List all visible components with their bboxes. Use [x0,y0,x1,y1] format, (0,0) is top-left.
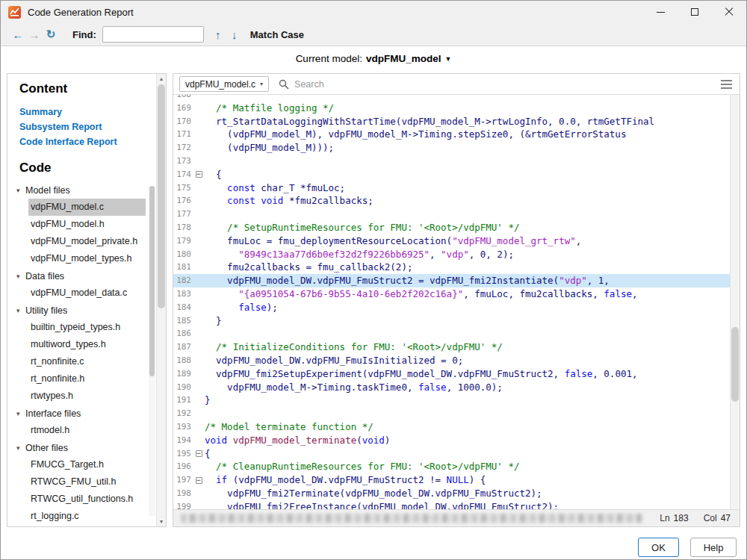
maximize-button[interactable] [678,1,712,23]
find-next-icon[interactable]: ↓ [226,28,243,41]
col-value: 47 [721,513,731,523]
code-line-172[interactable]: 172 (vdpFMU_model_M))); [173,141,730,155]
tree-item-multiword-types-h[interactable]: multiword_types.h [28,336,146,353]
code-text: "{a0951054-67b6-9b55-4a10-6eb2f202c16a}"… [205,287,638,301]
code-line-186[interactable]: 186 [173,327,730,340]
code-line-189[interactable]: 189 vdpFMU_fmi2SetupExperiment(vdpFMU_mo… [173,367,730,381]
sidebar-link-subsystem-report[interactable]: Subsystem Report [19,119,156,134]
collapse-icon[interactable]: − [196,450,202,457]
code-scrollbar[interactable] [730,95,740,509]
line-number: 180 [173,248,193,261]
refresh-icon[interactable]: ↻ [43,28,59,41]
code-line-168[interactable]: 168 [173,95,730,102]
code-line-171[interactable]: 171 (vdpFMU_model_M), vdpFMU_model_M->Ti… [173,128,730,141]
scrollbar-thumb[interactable] [731,327,739,402]
code-line-181[interactable]: 181 fmu2callbacks = fmu_callback2(2); [173,261,730,274]
search-input[interactable] [294,79,721,90]
fold-marker[interactable]: − [193,447,205,461]
scrollbar-thumb[interactable] [158,84,165,308]
code-line-175[interactable]: 175 const char_T *fmuLoc; [173,181,730,195]
editor-top-bar: vdpFMU_model.c ▾ [173,74,740,95]
file-selector-dropdown[interactable]: vdpFMU_model.c ▾ [179,76,269,92]
code-line-188[interactable]: 188 vdpFMU_model_DW.vdpFMU_FmuIsInitiali… [173,354,730,367]
code-line-178[interactable]: 178 /* SetupRuntimeResources for FMU: '<… [173,221,730,234]
find-input[interactable] [102,26,204,43]
tree-item-vdpfmu-model-c[interactable]: vdpFMU_model.c [28,199,146,216]
collapse-icon[interactable]: − [196,477,202,484]
tree-item-rt-logging-c[interactable]: rt_logging.c [28,508,146,525]
ok-button[interactable]: OK [638,538,679,557]
help-button[interactable]: Help [690,538,737,557]
sidebar-link-summary[interactable]: Summary [19,105,156,119]
tree-group-data-files[interactable]: ▾Data files [19,267,156,284]
code-line-199[interactable]: 199 vdpFMU_fmi2FreeInstance(vdpFMU_model… [173,500,730,509]
code-line-187[interactable]: 187 /* InitializeConditions for FMU: '<R… [173,340,730,354]
line-number: 179 [173,234,193,248]
line-number: 186 [173,327,193,340]
code-text: vdpFMU_fmi2Terminate(vdpFMU_model_DW.vdp… [205,487,542,500]
tree-item-builtin-typeid-types-h[interactable]: builtin_typeid_types.h [28,319,146,336]
current-model-name[interactable]: vdpFMU_model [366,53,441,64]
code-text: fmuLoc = fmu_deploymentResourceLocation(… [205,234,581,248]
close-button[interactable] [712,1,746,23]
code-line-170[interactable]: 170 rt_StartDataLoggingWithStartTime(vdp… [173,115,730,128]
tree-group-utility-files[interactable]: ▾Utility files [19,302,156,319]
code-line-198[interactable]: 198 vdpFMU_fmi2Terminate(vdpFMU_model_DW… [173,487,730,500]
fold-marker[interactable]: − [193,168,205,181]
tree-scrollbar[interactable] [149,186,155,516]
find-previous-icon[interactable]: ↑ [210,28,226,41]
scrollbar-thumb[interactable] [149,186,155,376]
fold-marker[interactable]: − [193,473,205,487]
code-line-197[interactable]: 197− if (vdpFMU_model_DW.vdpFMU_FmuStruc… [173,473,730,487]
sidebar-link-code-interface-report[interactable]: Code Interface Report [19,134,156,149]
code-line-196[interactable]: 196 /* CleanupRuntimeResources for FMU: … [173,460,730,473]
code-line-169[interactable]: 169 /* Matfile logging */ [173,102,730,115]
fold-spacer [193,381,205,394]
code-line-179[interactable]: 179 fmuLoc = fmu_deploymentResourceLocat… [173,234,730,248]
code-line-190[interactable]: 190 vdpFMU_model_M->Timing.taskTime0, fa… [173,381,730,394]
tree-item-vdpfmu-model-data-c[interactable]: vdpFMU_model_data.c [28,284,146,302]
forward-icon[interactable]: → [26,28,43,41]
code-line-191[interactable]: 191} [173,393,730,407]
code-text: vdpFMU_fmi2FreeInstance(vdpFMU_model_DW.… [205,500,559,509]
window-controls [643,1,746,23]
match-case-toggle[interactable]: Match Case [250,29,304,40]
minimize-button[interactable] [643,1,678,23]
code-line-195[interactable]: 195−{ [173,447,730,461]
code-line-173[interactable]: 173 [173,155,730,168]
back-icon[interactable]: ← [10,28,26,41]
code-line-194[interactable]: 194void vdpFMU_model_terminate(void) [173,434,730,447]
scroll-up-icon[interactable]: ▲ [157,76,166,81]
tree-item-rt-nonfinite-c[interactable]: rt_nonfinite.c [28,353,146,370]
code-line-180[interactable]: 180 "8949c13aa77d6b0ef32d2f9226bb6925", … [173,248,730,261]
code-line-174[interactable]: 174− { [173,168,730,181]
tree-group-other-files[interactable]: ▾Other files [19,439,156,456]
tree-item-rtwcg-util-functions-h[interactable]: RTWCG_util_functions.h [28,491,146,508]
tree-item-vdpfmu-model-types-h[interactable]: vdpFMU_model_types.h [28,250,146,267]
tree-item-rtmodel-h[interactable]: rtmodel.h [28,422,146,439]
code-line-185[interactable]: 185 } [173,314,730,328]
menu-icon[interactable] [721,80,732,89]
model-dropdown-caret-icon[interactable]: ▼ [444,55,451,63]
sidebar-scrollbar[interactable]: ▲ ▼ [156,74,166,526]
tree-item-rtwcg-fmu-util-h[interactable]: RTWCG_FMU_util.h [28,473,146,491]
collapse-icon[interactable]: − [196,171,202,178]
tree-item-vdpfmu-model-h[interactable]: vdpFMU_model.h [28,216,146,233]
code-line-176[interactable]: 176 const void *fmu2callbacks; [173,194,730,208]
code-text: /* Model terminate function */ [205,420,374,434]
tree-item-rt-nonfinite-h[interactable]: rt_nonfinite.h [28,370,146,388]
code-line-183[interactable]: 183 "{a0951054-67b6-9b55-4a10-6eb2f202c1… [173,287,730,301]
code-line-192[interactable]: 192 [173,407,730,420]
code-lines: 168169 /* Matfile logging */170 rt_Start… [173,95,730,509]
tree-item-fmucg-target-h[interactable]: FMUCG_Target.h [28,456,146,473]
code-line-177[interactable]: 177 [173,208,730,221]
code-line-193[interactable]: 193/* Model terminate function */ [173,420,730,434]
tree-item-vdpfmu-model-private-h[interactable]: vdpFMU_model_private.h [28,233,146,250]
fold-spacer [193,234,205,248]
scroll-down-icon[interactable]: ▼ [157,519,166,524]
tree-item-rtwtypes-h[interactable]: rtwtypes.h [28,388,146,405]
tree-group-interface-files[interactable]: ▾Interface files [19,405,156,422]
tree-group-model-files[interactable]: ▾Model files [19,181,156,199]
code-line-184[interactable]: 184 false); [173,301,730,314]
code-line-182[interactable]: 182 vdpFMU_model_DW.vdpFMU_FmuStruct2 = … [173,274,730,287]
